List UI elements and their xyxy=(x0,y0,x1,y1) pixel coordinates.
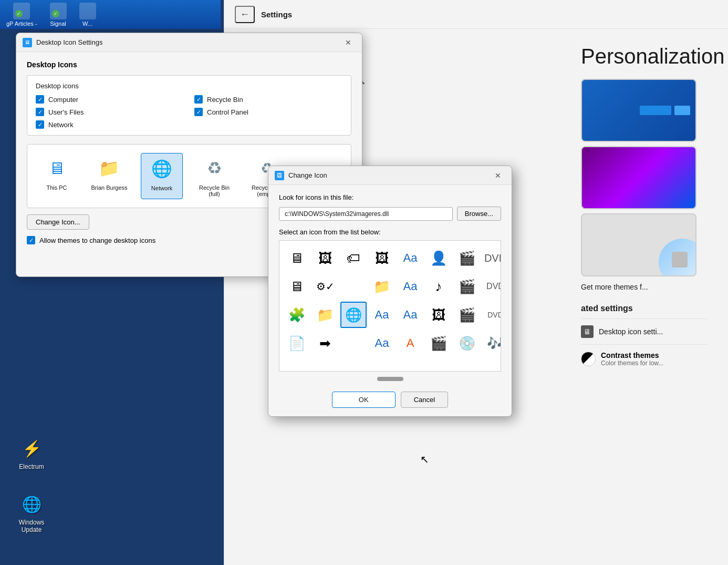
taskbar-check-signal: ✓ xyxy=(52,10,59,17)
checkbox-users-files[interactable]: ✓ User's Files xyxy=(36,108,184,116)
icon-cell-31[interactable]: ➡ xyxy=(312,330,338,356)
icon-cell-24[interactable]: Aa xyxy=(397,302,423,328)
icon-cell-14[interactable]: Aa xyxy=(397,273,423,300)
taskbar-label-gparticles: gP Articles - xyxy=(6,20,37,27)
dialog-change-icon-title-left: 🖼 Change Icon xyxy=(275,171,327,180)
checkbox-recycle-bin-box: ✓ xyxy=(194,95,203,104)
icon-cell-10[interactable]: 🖥 xyxy=(284,273,310,300)
icon-cell-17[interactable]: DVD xyxy=(482,273,501,300)
checkbox-computer-box: ✓ xyxy=(36,95,44,104)
icon-cell-23[interactable]: Aa xyxy=(369,302,395,328)
icon-cell-4[interactable]: Aa xyxy=(397,245,423,271)
icon-preview-this-pc[interactable]: 🖥 This PC xyxy=(36,153,78,199)
theme-preview-blue[interactable] xyxy=(581,79,696,142)
dialog-desktop-title-left: 🖥 Desktop Icon Settings xyxy=(23,38,102,47)
change-icon-ok-button[interactable]: OK xyxy=(332,392,396,408)
icon-cell-37[interactable]: 🎶 xyxy=(482,330,501,356)
theme-bar-2 xyxy=(674,106,690,115)
theme-preview-purple[interactable] xyxy=(581,146,696,209)
checkbox-control-panel[interactable]: ✓ Control Panel xyxy=(194,108,342,116)
desktop-icons-area: ⚡ Electrum 🌐 Windows Update xyxy=(11,436,53,533)
icon-preview-brian-burgess-label: Brian Burgess xyxy=(91,184,127,191)
theme-small-icon xyxy=(672,252,688,268)
dialog-desktop-close-button[interactable]: ✕ xyxy=(341,35,356,50)
browse-button[interactable]: Browse... xyxy=(457,207,501,221)
electrum-icon: ⚡ xyxy=(19,436,44,461)
theme-preview-light[interactable] xyxy=(581,213,696,276)
icon-cell-36[interactable]: 💿 xyxy=(454,330,480,356)
icon-cell-3[interactable]: 🖼 xyxy=(369,245,395,271)
icon-cell-32[interactable] xyxy=(340,330,367,356)
checkbox-recycle-bin-label: Recycle Bin xyxy=(207,96,243,104)
icon-preview-recycle-full[interactable]: ♻ Recycle Bin(full) xyxy=(193,153,235,199)
checkbox-computer[interactable]: ✓ Computer xyxy=(36,95,184,104)
desktop-icon-electrum[interactable]: ⚡ Electrum xyxy=(11,436,53,470)
icon-cell-0[interactable]: 🖥 xyxy=(284,245,310,271)
icon-cell-2[interactable]: 🏷 xyxy=(340,245,367,271)
contrast-icon xyxy=(581,352,596,366)
icon-cell-35[interactable]: 🎬 xyxy=(425,330,452,356)
file-path-input[interactable] xyxy=(279,207,453,221)
recycle-full-preview-icon: ♻ xyxy=(201,155,227,181)
checkbox-users-files-label: User's Files xyxy=(48,108,84,116)
icon-preview-network[interactable]: 🌐 Network xyxy=(141,153,183,199)
desktop-icon-windows-update[interactable]: 🌐 Windows Update xyxy=(11,491,53,533)
icon-cell-26[interactable]: 🎬 xyxy=(454,302,480,328)
contrast-subtitle: Color themes for low... xyxy=(601,359,663,367)
icon-cell-34[interactable]: A xyxy=(397,330,423,356)
icon-cell-20[interactable]: 🧩 xyxy=(284,302,310,328)
settings-back-button[interactable]: ← xyxy=(235,6,255,23)
icon-cell-11[interactable]: ⚙✓ xyxy=(312,273,338,300)
icon-cell-13[interactable]: 📁 xyxy=(369,273,395,300)
checkbox-control-panel-box: ✓ xyxy=(194,108,203,116)
icon-cell-33[interactable]: Aa xyxy=(369,330,395,356)
get-more-themes-text: Get more themes f... xyxy=(581,283,707,291)
taskbar-icon-gparticles: ✓ xyxy=(13,3,30,19)
icon-cell-5[interactable]: 👤 xyxy=(425,245,452,271)
checkbox-network-box: ✓ xyxy=(36,120,44,129)
this-pc-preview-icon: 🖥 xyxy=(44,155,70,181)
dialog-change-icon-titlebar: 🖼 Change Icon ✕ xyxy=(268,166,512,185)
desktop-icon-settings-link[interactable]: 🖥 Desktop icon setti... xyxy=(581,319,707,344)
icon-cell-1[interactable]: 🖼 xyxy=(312,245,338,271)
icon-grid-container[interactable]: 🖥 🖼 🏷 🖼 Aa 👤 🎬 DVD 🖥 ⚙✓ 📁 Aa ♪ 🎬 DVD xyxy=(279,240,501,372)
dialog-change-icon-small-icon: 🖼 xyxy=(275,171,284,180)
taskbar-item-gparticles[interactable]: ✓ gP Articles - xyxy=(0,1,44,29)
settings-header: ← Settings xyxy=(224,0,728,29)
icon-grid: 🖥 🖼 🏷 🖼 Aa 👤 🎬 DVD 🖥 ⚙✓ 📁 Aa ♪ 🎬 DVD xyxy=(284,245,496,356)
dialog-change-icon-body: Look for icons in this file: Browse... S… xyxy=(268,185,512,416)
taskbar-item-signal[interactable]: ✓ Signal xyxy=(44,1,73,29)
icon-cell-22[interactable]: 🌐 xyxy=(340,302,367,328)
checkbox-users-files-box: ✓ xyxy=(36,108,44,116)
icon-cell-25[interactable]: 🖼 xyxy=(425,302,452,328)
icon-preview-recycle-full-label: Recycle Bin(full) xyxy=(199,184,230,197)
icon-cell-12[interactable] xyxy=(340,273,367,300)
change-icon-cancel-button[interactable]: Cancel xyxy=(401,392,448,408)
icon-cell-15[interactable]: ♪ xyxy=(425,273,452,300)
icon-cell-30[interactable]: 📄 xyxy=(284,330,310,356)
icon-cell-7[interactable]: DVD xyxy=(482,245,501,271)
dialog-change-icon-close-button[interactable]: ✕ xyxy=(491,168,505,183)
checkbox-control-panel-label: Control Panel xyxy=(207,108,248,116)
settings-right-column: Personalization Get more themes f... ate… xyxy=(581,45,707,373)
taskbar-icon-w xyxy=(79,3,96,19)
brian-burgess-preview-icon: 📁 xyxy=(96,155,122,181)
icon-cell-27[interactable]: DVD xyxy=(482,302,501,328)
icon-cell-21[interactable]: 📁 xyxy=(312,302,338,328)
network-preview-icon: 🌐 xyxy=(149,156,175,182)
checkbox-grid: ✓ Computer ✓ Recycle Bin ✓ User's Files … xyxy=(36,95,342,129)
contrast-themes-section: Contrast themes Color themes for low... xyxy=(581,344,707,373)
icon-preview-brian-burgess[interactable]: 📁 Brian Burgess xyxy=(88,153,130,199)
checkbox-recycle-bin[interactable]: ✓ Recycle Bin xyxy=(194,95,342,104)
dialog-change-icon-title-text: Change Icon xyxy=(288,171,327,179)
scrollbar-indicator xyxy=(377,377,403,381)
theme-bar-1 xyxy=(640,106,671,115)
windows-update-icon: 🌐 xyxy=(19,491,44,517)
taskbar-label-signal: Signal xyxy=(50,20,66,27)
allow-themes-checkbox[interactable]: ✓ xyxy=(27,236,35,244)
change-icon-button[interactable]: Change Icon... xyxy=(27,214,89,230)
checkbox-network[interactable]: ✓ Network xyxy=(36,120,184,129)
icon-cell-16[interactable]: 🎬 xyxy=(454,273,480,300)
taskbar-item-w[interactable]: W... xyxy=(73,1,102,29)
icon-cell-6[interactable]: 🎬 xyxy=(454,245,480,271)
